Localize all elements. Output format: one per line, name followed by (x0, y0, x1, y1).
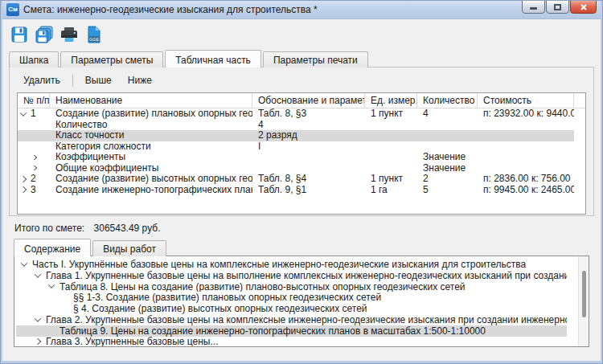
window-titlebar: См Смета: инженерно-геодезические изыска… (2, 0, 601, 19)
tree-item[interactable]: Таблица 9. Цены на создание инженерно-то… (16, 325, 567, 337)
tab-label: Содержание (24, 243, 80, 255)
tab-parametry-pechati[interactable]: Параметры печати (263, 51, 368, 67)
tree-item[interactable]: §§ 1-3. Создание (развитие) плановых опо… (16, 292, 567, 303)
expander-icon[interactable] (35, 271, 41, 277)
minimize-button[interactable] (522, 0, 545, 14)
column-header-unit: Ед. измер. (365, 93, 417, 108)
tree-item-label: § 4. Создание (развитие) высотных опорны… (73, 303, 367, 314)
Создание (развитие) высотных опорных геодезиче...[interactable]: 2 Создание (развитие) высотных опорных г… (18, 174, 574, 185)
gge-label: GGE (89, 37, 99, 42)
row-quantity: Значение (417, 152, 478, 162)
tab-shapka[interactable]: Шапка (9, 51, 59, 67)
column-header-name: Наименование (50, 93, 252, 108)
contents-tree-panel: Часть I. Укрупнённые базовые цены на ком… (14, 256, 589, 347)
window-title: Смета: инженерно-геодезические изыскания… (23, 4, 522, 15)
column-header-just: Обоснование и параметры (252, 93, 365, 108)
expander-icon[interactable] (35, 315, 41, 321)
expander-icon[interactable] (20, 109, 27, 116)
tab-tablichnaya-chast[interactable]: Табличная часть (165, 50, 261, 67)
Класс точности[interactable]: Класс точности 2 разряд (18, 130, 574, 141)
tab-label: Табличная часть (175, 55, 251, 66)
row-cost: п: 9945.00 к: 2465.00 (478, 185, 574, 195)
tab-label: Параметры печати (273, 55, 358, 66)
totals-value: 306543.49 руб. (94, 223, 161, 234)
totals-label: Итого по смете: (14, 223, 84, 234)
tree-item[interactable]: Глава 1. Укрупненные базовые цены на вып… (16, 270, 567, 281)
app-icon: См (6, 3, 19, 16)
Количество[interactable]: Количество 4 (18, 120, 574, 131)
row-justification: I (252, 141, 365, 152)
expander-icon[interactable] (35, 338, 41, 345)
expander-icon[interactable] (21, 260, 27, 266)
row-justification: Табл. 8, §4 (252, 174, 365, 184)
Общие коэффициенты[interactable]: Общие коэффициенты Значение (18, 163, 574, 174)
save-button[interactable] (9, 24, 30, 45)
row-name: Количество (50, 120, 252, 130)
row-name: Создание (развитие) плановых опорных гео… (50, 108, 252, 119)
tree-scrollbar-thumb[interactable] (582, 271, 586, 317)
close-icon (580, 3, 588, 11)
row-unit: 1 га (365, 185, 417, 195)
maximize-button[interactable] (546, 0, 569, 14)
export-gge-button[interactable]: GGE (84, 24, 105, 45)
totals-line: Итого по смете: 306543.49 руб. (2, 216, 601, 239)
tree-item[interactable]: Глава 3. Укрупненные базовые цены... (16, 337, 567, 346)
row-cost: п: 23932.00 к: 9440.00 (478, 108, 574, 119)
Категория сложности[interactable]: Категория сложности I (18, 141, 574, 153)
row-justification: Табл. 9, §1 (252, 185, 365, 195)
tab-label: Виды работ (103, 243, 156, 255)
row-name: Класс точности (50, 130, 252, 141)
move-down-button[interactable]: Ниже (121, 72, 158, 88)
tab-vidy-rabot[interactable]: Виды работ (92, 240, 166, 256)
close-button[interactable] (570, 0, 597, 14)
row-name: Общие коэффициенты (50, 163, 252, 174)
app-window: См Смета: инженерно-геодезические изыска… (0, 0, 603, 364)
row-unit: 1 пункт (365, 174, 417, 184)
tree-scrollbar[interactable] (578, 256, 589, 346)
tree-item[interactable]: Глава 2. Укрупненные базовые цены на ком… (16, 314, 567, 325)
tab-soderzhanie[interactable]: Содержание (14, 239, 91, 256)
export-gge-icon: GGE (86, 25, 102, 44)
save-icon (10, 26, 28, 43)
tree-item[interactable]: Часть I. Укрупнённые базовые цены на ком… (16, 259, 567, 270)
tab-parametry-smety[interactable]: Параметры сметы (60, 51, 163, 67)
Создание (развитие) плановых опорных геодезиче...[interactable]: 1 Создание (развитие) плановых опорных г… (18, 108, 574, 120)
tree-item[interactable]: § 4. Создание (развитие) высотных опорны… (16, 303, 567, 314)
bottom-tab-bar: Содержание Виды работ (2, 239, 601, 256)
expander-icon[interactable] (20, 186, 27, 193)
save-all-button[interactable] (34, 24, 55, 45)
move-up-button[interactable]: Выше (79, 72, 118, 88)
row-justification: 2 разряд (252, 130, 365, 141)
tab-label: Параметры сметы (71, 55, 153, 66)
Создание инженерно-топографических планов в ...[interactable]: 3 Создание инженерно-топографических пла… (18, 185, 574, 196)
tree-item-label: Часть I. Укрупнённые базовые цены на ком… (32, 259, 526, 270)
expander-icon[interactable] (31, 155, 37, 160)
expander-icon[interactable] (48, 282, 55, 288)
print-icon (59, 26, 79, 43)
minimize-icon (530, 7, 537, 10)
column-header-qty: Количество (417, 93, 478, 108)
row-name: Создание (развитие) высотных опорных гео… (50, 174, 252, 184)
row-justification: 4 (252, 120, 365, 130)
Коэффициенты[interactable]: Коэффициенты Значение (18, 152, 574, 163)
row-quantity: 2 (417, 174, 478, 184)
tree-item-label: Таблица 8. Цены на создание (развитие) п… (59, 281, 466, 292)
row-unit: 1 пункт (365, 108, 417, 119)
tree-item[interactable]: Таблица 8. Цены на создание (развитие) п… (16, 281, 567, 292)
table-header: № п/п Наименование Обоснование и парамет… (18, 93, 585, 108)
print-button[interactable] (59, 24, 80, 45)
delete-button[interactable]: Удалить (17, 72, 67, 88)
table-body: 1 Создание (развитие) плановых опорных г… (18, 108, 585, 195)
estimate-table: № п/п Наименование Обоснование и парамет… (17, 92, 586, 215)
row-number: 1 (31, 108, 36, 119)
row-number: 2 (31, 174, 36, 184)
expander-icon[interactable] (31, 166, 37, 170)
tree-item-label: Глава 1. Укрупненные базовые цены на вып… (46, 270, 567, 281)
expander-icon[interactable] (20, 176, 27, 182)
main-tab-bar: Шапка Параметры сметы Табличная часть Па… (2, 50, 601, 67)
tree-item-label: Глава 3. Укрупненные базовые цены... (46, 337, 219, 346)
maximize-icon (554, 4, 561, 10)
row-number: 3 (31, 185, 36, 195)
row-actions: Удалить Выше Ниже (17, 71, 586, 92)
row-quantity: 5 (417, 185, 478, 195)
